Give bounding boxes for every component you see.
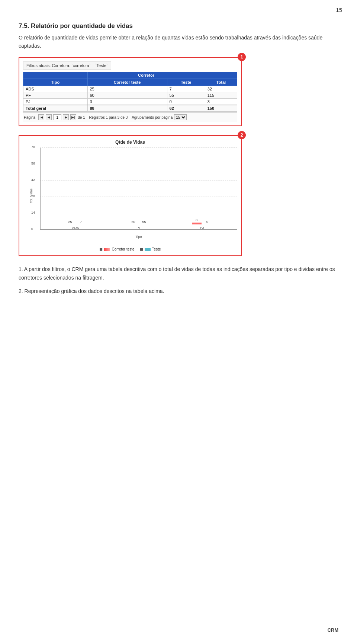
- col-tipo: Tipo: [23, 79, 88, 86]
- table-row: PJ 3 0 3: [23, 99, 237, 105]
- section-description: O relatório de quantidade de vidas permi…: [19, 34, 338, 50]
- table-badge: 1: [238, 53, 246, 61]
- legend-label-teste: Teste: [152, 247, 161, 251]
- note-2: 2. Representação gráfica dos dados descr…: [19, 287, 338, 295]
- report-table: Corretor Tipo Corretor teste Teste Total…: [23, 72, 237, 112]
- filter-label: Filtros atuais:: [26, 63, 51, 68]
- pagination-page-label: Página: [24, 115, 35, 119]
- bar-pf-red-value: 60: [131, 220, 135, 224]
- note-1: 1. A partir dos filtros, o CRM gera uma …: [19, 265, 338, 282]
- row-ads-tipo: ADS: [23, 86, 88, 92]
- crm-footer: CRM: [327, 627, 338, 633]
- chart-screenshot-box: 2 Qtde de Vidas Tot. Vidas 0 14 28 42: [19, 135, 242, 256]
- bar-pj-red: [192, 223, 202, 224]
- table-row: ADS 25 7 32: [23, 86, 237, 92]
- last-page-button[interactable]: ▶|: [70, 114, 76, 120]
- legend-label-corretor: Corretor teste: [112, 247, 134, 251]
- pagination-of-label: de 1: [78, 115, 85, 119]
- first-page-button[interactable]: |◀: [38, 114, 44, 120]
- grouping-select[interactable]: 15 25 50: [174, 114, 187, 120]
- legend-item-teste: ◼ Teste: [140, 247, 161, 252]
- legend-swatch-cyan: [145, 248, 151, 251]
- row-pf-corretor: 60: [87, 92, 167, 99]
- x-label-ads: ADS: [72, 226, 79, 230]
- table-screenshot-box: 1 Filtros atuais: Corretora: `corretora`…: [19, 57, 242, 127]
- row-ads-teste: 7: [167, 86, 205, 92]
- table-header-corretor: Corretor: [87, 72, 205, 79]
- section-title: 7.5. Relatório por quantidade de vidas: [19, 22, 338, 30]
- chart-legend: ◼ Corretor teste ◼ Teste: [23, 247, 237, 252]
- row-ads-corretor: 25: [87, 86, 167, 92]
- filter-bar: Filtros atuais: Corretora: `corretora` =…: [23, 61, 111, 70]
- page-input[interactable]: [53, 114, 61, 120]
- pagination-records-label: Registros 1 para 3 de 3: [89, 115, 128, 119]
- pagination-bar: Página |◀ ◀ ▶ ▶| de 1 Registros 1 para 3…: [23, 112, 237, 122]
- row-pj-total: 3: [205, 99, 237, 105]
- row-pj-teste: 0: [167, 99, 205, 105]
- bar-pf-cyan-value: 55: [142, 220, 146, 224]
- filter-value: Corretora: `corretora` = `Teste`: [52, 63, 107, 68]
- total-corretor: 88: [87, 105, 167, 112]
- page-number: 15: [336, 7, 342, 13]
- row-ads-total: 32: [205, 86, 237, 92]
- row-pj-tipo: PJ: [23, 99, 88, 105]
- legend-item-corretor: ◼ Corretor teste: [99, 247, 134, 252]
- pagination-grouping-label: Agrupamento por página: [132, 115, 173, 119]
- prev-page-button[interactable]: ◀: [46, 114, 52, 120]
- chart-title: Qtde de Vidas: [23, 140, 237, 145]
- chart-badge: 2: [238, 131, 246, 139]
- x-axis-label: Tipo: [40, 235, 237, 239]
- total-total: 150: [205, 105, 237, 112]
- bar-pj-red-value: 3: [196, 218, 197, 222]
- row-pj-corretor: 3: [87, 99, 167, 105]
- legend-swatch-red: [104, 248, 110, 251]
- next-page-button[interactable]: ▶: [63, 114, 69, 120]
- total-row: Total geral 88 62 150: [23, 105, 237, 112]
- col-total: Total: [205, 79, 237, 86]
- x-label-pf: PF: [136, 226, 141, 230]
- bar-pj-cyan-value: 0: [206, 220, 208, 224]
- row-pf-tipo: PF: [23, 92, 88, 99]
- table-row: PF 60 55 115: [23, 92, 237, 99]
- total-label: Total geral: [23, 105, 88, 112]
- col-teste: Teste: [167, 79, 205, 86]
- row-pf-total: 115: [205, 92, 237, 99]
- bar-ads-cyan-value: 7: [80, 220, 82, 224]
- col-corretor-teste: Corretor teste: [87, 79, 167, 86]
- row-pf-teste: 55: [167, 92, 205, 99]
- bar-ads-red-value: 25: [68, 220, 72, 224]
- total-teste: 62: [167, 105, 205, 112]
- x-label-pj: PJ: [200, 226, 204, 230]
